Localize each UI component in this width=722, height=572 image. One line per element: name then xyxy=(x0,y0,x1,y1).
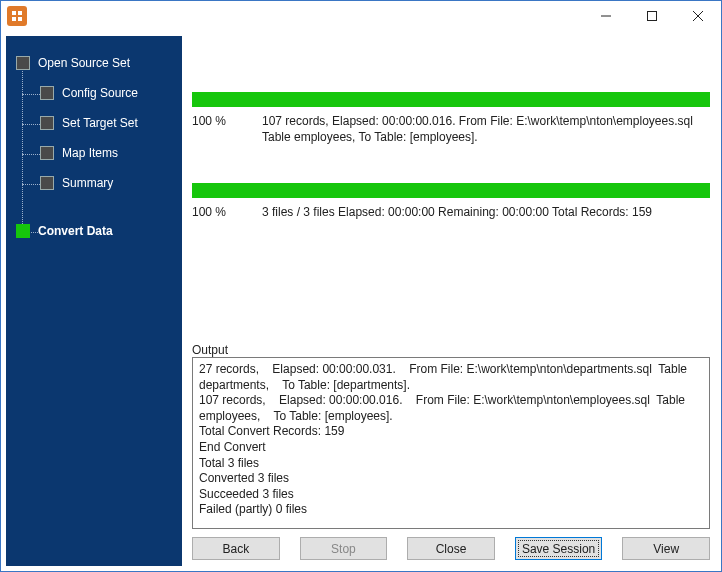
task-progress-section: 100 % 107 records, Elapsed: 00:00:00.016… xyxy=(192,92,710,183)
close-wizard-button[interactable]: Close xyxy=(407,537,495,560)
step-label: Convert Data xyxy=(38,224,113,238)
task-progress-bar xyxy=(192,92,710,107)
svg-rect-3 xyxy=(18,17,22,21)
step-open-source-set[interactable]: Open Source Set xyxy=(6,48,182,78)
step-label: Map Items xyxy=(62,146,118,160)
step-label: Set Target Set xyxy=(62,116,138,130)
button-row: Back Stop Close Save Session View xyxy=(192,529,710,562)
app-icon xyxy=(7,6,27,26)
output-log[interactable]: 27 records, Elapsed: 00:00:00.031. From … xyxy=(192,357,710,529)
step-summary[interactable]: Summary xyxy=(6,168,182,198)
step-label: Summary xyxy=(62,176,113,190)
overall-progress-info: 3 files / 3 files Elapsed: 00:00:00 Rema… xyxy=(262,204,710,220)
minimize-button[interactable] xyxy=(583,1,629,31)
step-label: Config Source xyxy=(62,86,138,100)
overall-progress-percent: 100 % xyxy=(192,204,262,220)
step-marker-icon xyxy=(40,86,54,100)
main-panel: 100 % 107 records, Elapsed: 00:00:00.016… xyxy=(182,36,716,566)
overall-progress-bar xyxy=(192,183,710,198)
step-set-target-set[interactable]: Set Target Set xyxy=(6,108,182,138)
svg-rect-2 xyxy=(12,17,16,21)
task-progress-info: 107 records, Elapsed: 00:00:00.016. From… xyxy=(262,113,710,145)
overall-progress-section: 100 % 3 files / 3 files Elapsed: 00:00:0… xyxy=(192,183,710,220)
step-label: Open Source Set xyxy=(38,56,130,70)
step-marker-icon xyxy=(16,56,30,70)
step-map-items[interactable]: Map Items xyxy=(6,138,182,168)
titlebar xyxy=(1,1,721,31)
svg-rect-5 xyxy=(648,12,657,21)
maximize-button[interactable] xyxy=(629,1,675,31)
step-marker-icon xyxy=(40,116,54,130)
app-window: Open Source Set Config Source Set Target… xyxy=(0,0,722,572)
svg-rect-1 xyxy=(18,11,22,15)
save-session-button[interactable]: Save Session xyxy=(515,537,603,560)
svg-rect-0 xyxy=(12,11,16,15)
task-progress-percent: 100 % xyxy=(192,113,262,129)
close-button[interactable] xyxy=(675,1,721,31)
step-marker-icon xyxy=(40,146,54,160)
view-button[interactable]: View xyxy=(622,537,710,560)
stop-button[interactable]: Stop xyxy=(300,537,388,560)
step-marker-icon xyxy=(16,224,30,238)
wizard-sidebar: Open Source Set Config Source Set Target… xyxy=(6,36,182,566)
step-convert-data[interactable]: Convert Data xyxy=(6,216,182,246)
step-marker-icon xyxy=(40,176,54,190)
content-area: Open Source Set Config Source Set Target… xyxy=(1,31,721,571)
step-config-source[interactable]: Config Source xyxy=(6,78,182,108)
output-label: Output xyxy=(192,343,710,357)
back-button[interactable]: Back xyxy=(192,537,280,560)
